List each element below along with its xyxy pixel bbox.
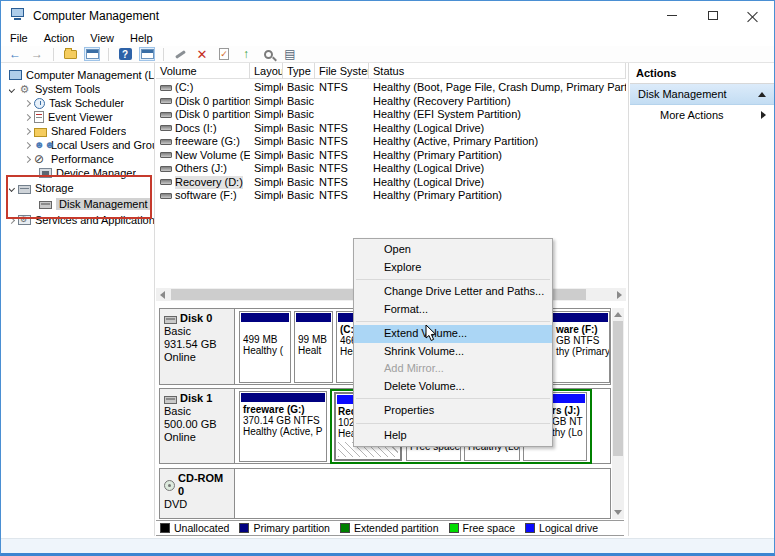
legend-swatch bbox=[525, 523, 535, 533]
legend-bar: Unallocated Primary partition Extended p… bbox=[156, 520, 624, 536]
chevron-right-icon[interactable] bbox=[25, 155, 31, 162]
menu-item-properties[interactable]: Properties bbox=[354, 402, 552, 420]
volume-icon bbox=[160, 193, 172, 199]
menu-help[interactable]: Help bbox=[130, 32, 153, 44]
disk1-status: Online bbox=[164, 431, 230, 444]
menu-file[interactable]: File bbox=[10, 32, 28, 44]
tree-item-event-viewer[interactable]: Event Viewer bbox=[25, 110, 113, 124]
disk0-partition-efi[interactable]: 99 MBHealt bbox=[294, 311, 333, 383]
tools-icon: ⚙ bbox=[18, 83, 31, 95]
menu-item-explore[interactable]: Explore bbox=[354, 259, 552, 277]
minimize-button[interactable] bbox=[652, 1, 692, 29]
volume-icon bbox=[160, 179, 172, 185]
scrollbar-thumb[interactable] bbox=[613, 321, 623, 456]
more-actions-item[interactable]: More Actions bbox=[630, 105, 774, 125]
menu-item-help[interactable]: Help bbox=[354, 427, 552, 445]
disk0-label[interactable]: Disk 0 Basic 931.54 GB Online bbox=[160, 309, 235, 384]
volume-row[interactable]: (Disk 0 partition 1)SimpleBasicHealthy (… bbox=[156, 95, 626, 109]
minimize-icon bbox=[667, 15, 677, 16]
forward-icon[interactable]: → bbox=[29, 47, 45, 61]
legend-swatch bbox=[239, 523, 249, 533]
disk0-partition-recovery[interactable]: 499 MBHealthy ( bbox=[239, 311, 291, 383]
menu-item-extend-volume[interactable]: Extend Volume... bbox=[354, 325, 552, 343]
legend-swatch bbox=[340, 523, 350, 533]
volume-row[interactable]: New Volume (E:)SimpleBasicNTFSHealthy (P… bbox=[156, 149, 626, 163]
menu-view[interactable]: View bbox=[90, 32, 114, 44]
back-icon[interactable]: ← bbox=[7, 47, 23, 61]
volume-row[interactable]: software (F:)SimpleBasicNTFSHealthy (Pri… bbox=[156, 189, 626, 203]
delete-icon[interactable]: ✕ bbox=[194, 47, 210, 61]
vertical-scrollbar[interactable] bbox=[612, 308, 624, 519]
cdrom-label[interactable]: CD-ROM 0 DVD No Media bbox=[160, 469, 235, 518]
menu-item-delete-volume[interactable]: Delete Volume... bbox=[354, 378, 552, 396]
legend-unallocated: Unallocated bbox=[160, 522, 229, 534]
cdrom-row: CD-ROM 0 DVD No Media bbox=[159, 468, 611, 519]
disk1-partition-freeware[interactable]: freeware (G:)370.14 GB NTFSHealthy (Acti… bbox=[239, 391, 327, 462]
collapse-icon[interactable] bbox=[758, 92, 766, 97]
tree-item-task-scheduler[interactable]: Task Scheduler bbox=[25, 96, 124, 110]
disk0-size: 931.54 GB bbox=[164, 338, 230, 351]
col-status[interactable]: Status bbox=[369, 63, 626, 79]
cd-icon bbox=[164, 480, 175, 491]
col-type[interactable]: Type bbox=[283, 63, 315, 79]
chevron-right-icon[interactable] bbox=[25, 141, 31, 148]
volume-row[interactable]: Docs (I:)SimpleBasicNTFSHealthy (Logical… bbox=[156, 122, 626, 136]
search-icon[interactable] bbox=[260, 47, 276, 61]
tree-item-local-users-groups[interactable]: ☻☻Local Users and Groups bbox=[25, 138, 154, 152]
help-icon[interactable]: ? bbox=[117, 47, 133, 61]
pane-divider[interactable] bbox=[154, 63, 155, 536]
chevron-down-icon[interactable] bbox=[9, 85, 15, 92]
col-file-system[interactable]: File System bbox=[315, 63, 369, 79]
legend-swatch bbox=[160, 523, 170, 533]
red-annotation-box bbox=[6, 175, 152, 219]
actions-group-disk-management[interactable]: Disk Management bbox=[630, 84, 774, 105]
chevron-right-icon[interactable] bbox=[25, 113, 31, 120]
app-icon bbox=[11, 8, 25, 21]
chevron-right-icon[interactable] bbox=[25, 127, 31, 134]
volume-row-selected[interactable]: Recovery (D:)SimpleBasicNTFSHealthy (Log… bbox=[156, 176, 626, 190]
show-console-tree-icon[interactable] bbox=[84, 47, 100, 61]
export-list-icon[interactable] bbox=[62, 47, 78, 61]
computer-icon bbox=[9, 70, 22, 80]
pane-divider[interactable] bbox=[628, 63, 629, 536]
menu-separator bbox=[356, 279, 550, 280]
tree-item-system-tools[interactable]: ⚙System Tools bbox=[9, 82, 100, 96]
tree-item-shared-folders[interactable]: Shared Folders bbox=[25, 124, 126, 138]
volume-row[interactable]: Others (J:)SimpleBasicNTFSHealthy (Logic… bbox=[156, 162, 626, 176]
expand-right-icon[interactable] bbox=[761, 111, 766, 119]
maximize-button[interactable] bbox=[693, 1, 733, 29]
volume-icon bbox=[160, 152, 172, 158]
disk-icon bbox=[164, 396, 177, 404]
up-icon[interactable]: ↑ bbox=[238, 47, 254, 61]
menu-item-change-drive-letter[interactable]: Change Drive Letter and Paths... bbox=[354, 283, 552, 301]
volume-icon bbox=[160, 85, 172, 91]
volume-row[interactable]: (C:)SimpleBasicNTFSHealthy (Boot, Page F… bbox=[156, 81, 626, 95]
menu-item-format[interactable]: Format... bbox=[354, 301, 552, 319]
col-volume[interactable]: Volume bbox=[156, 63, 250, 79]
close-icon bbox=[747, 10, 758, 21]
partition-color-bar bbox=[241, 393, 325, 402]
refresh-tool-icon[interactable] bbox=[172, 47, 188, 61]
scroll-down-icon[interactable] bbox=[614, 510, 622, 515]
menu-separator bbox=[356, 321, 550, 322]
context-menu: Open Explore Change Drive Letter and Pat… bbox=[353, 238, 553, 447]
scroll-right-icon[interactable] bbox=[617, 291, 622, 299]
scroll-left-icon[interactable] bbox=[160, 291, 165, 299]
volume-row[interactable]: (Disk 0 partition 2)SimpleBasicHealthy (… bbox=[156, 108, 626, 122]
col-layout[interactable]: Layout bbox=[250, 63, 283, 79]
menu-item-add-mirror: Add Mirror... bbox=[354, 360, 552, 378]
volume-row[interactable]: freeware (G:)SimpleBasicNTFSHealthy (Act… bbox=[156, 135, 626, 149]
legend-swatch bbox=[449, 523, 459, 533]
scroll-up-icon[interactable] bbox=[614, 312, 622, 317]
menu-item-shrink-volume[interactable]: Shrink Volume... bbox=[354, 343, 552, 361]
check-disk-icon[interactable]: ✓ bbox=[216, 47, 232, 61]
close-button[interactable] bbox=[732, 1, 772, 29]
properties-icon[interactable]: ▤ bbox=[282, 47, 298, 61]
chevron-right-icon[interactable] bbox=[25, 99, 31, 106]
show-action-pane-icon[interactable] bbox=[139, 47, 155, 61]
disk1-label[interactable]: Disk 1 Basic 500.00 GB Online bbox=[160, 389, 235, 463]
menu-action[interactable]: Action bbox=[44, 32, 75, 44]
tree-item-computer-management[interactable]: Computer Management (Local bbox=[9, 68, 154, 82]
tree-item-performance[interactable]: ⊘Performance bbox=[25, 152, 114, 166]
menu-item-open[interactable]: Open bbox=[354, 241, 552, 259]
